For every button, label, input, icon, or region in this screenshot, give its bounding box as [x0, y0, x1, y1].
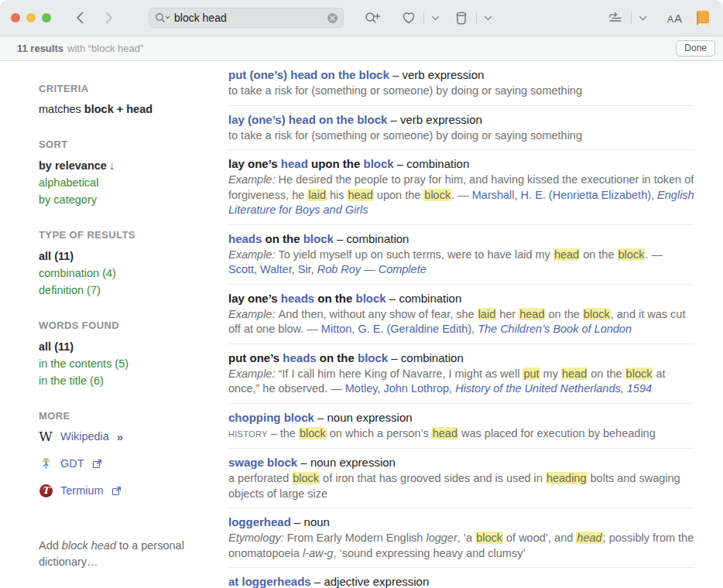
content-area: CRITERIA matches block + head SORT by re…: [0, 61, 723, 587]
criteria-prefix: matches: [39, 103, 84, 115]
filter-type-combination[interactable]: combination (4): [39, 265, 228, 282]
termium-link[interactable]: T Termium: [39, 483, 228, 498]
minimize-window-button[interactable]: [26, 13, 36, 22]
text-segment: block: [299, 427, 327, 439]
result-description: Etymology: From Early Modern English log…: [228, 531, 694, 561]
dictionary-book-button[interactable]: [694, 8, 712, 29]
result-title: lay one’s head upon the block – combinat…: [228, 156, 694, 172]
result-entry[interactable]: put (one’s) head on the block – verb exp…: [228, 61, 694, 106]
sort-by-category[interactable]: by category: [39, 191, 228, 208]
search-input[interactable]: [171, 12, 327, 24]
favorites-heart-icon[interactable]: [398, 8, 420, 28]
text-segment: on the: [580, 248, 617, 261]
type-of-results-group: TYPE OF RESULTS all (11) combination (4)…: [39, 229, 228, 299]
add-to-dictionary-link[interactable]: Add block head to a personal dictionary…: [39, 538, 194, 570]
criteria-term: block + head: [84, 103, 152, 115]
wikipedia-icon: W: [39, 430, 53, 443]
text-segment: Marshall, H. E. (Henrietta Elizabeth): [472, 189, 651, 201]
sort-by-relevance[interactable]: by relevance↓: [39, 157, 228, 174]
clear-search-icon[interactable]: [327, 12, 338, 24]
text-segment: head: [348, 189, 374, 201]
forward-button[interactable]: [100, 8, 118, 28]
result-entry[interactable]: heads on the block – combinationExample:…: [228, 225, 694, 285]
text-segment: put: [523, 368, 540, 380]
favorites-group: [398, 8, 443, 28]
toolbar: AA: [0, 0, 723, 36]
result-entry[interactable]: lay (one’s) head on the block – verb exp…: [228, 106, 694, 151]
toolbar-divider: [476, 12, 477, 24]
headword-segment: lay one’s: [228, 157, 281, 170]
text-segment: on which a person’s: [327, 427, 432, 439]
result-category: noun expression: [327, 411, 413, 424]
back-button[interactable]: [71, 8, 89, 28]
window-controls: [11, 13, 51, 22]
more-group: MORE W Wikipedia » GDT T: [39, 410, 228, 498]
result-category: combination: [401, 351, 464, 364]
trash-dropdown-chevron-icon[interactable]: [481, 12, 495, 24]
filter-words-title[interactable]: in the title (6): [39, 372, 228, 389]
results-header-bar: 11 results with “block head” Done: [0, 36, 723, 61]
headword-segment: on the: [314, 292, 355, 305]
result-title: lay (one’s) head on the block – verb exp…: [228, 111, 694, 128]
gdt-link[interactable]: GDT: [39, 456, 228, 471]
result-entry[interactable]: at loggerheads – adjective expressionEty…: [228, 568, 694, 588]
add-search-button[interactable]: [361, 8, 384, 28]
trash-group: [451, 8, 495, 29]
title-category-dash: –: [334, 232, 347, 245]
result-entry[interactable]: loggerhead – nounEtymology: From Early M…: [228, 508, 694, 568]
headword-segment: heads: [283, 351, 316, 364]
text-segment: And then, without any show of fear, she: [278, 308, 477, 320]
text-segment: Example:: [228, 368, 278, 380]
text-segment: head: [519, 308, 545, 320]
filter-words-all[interactable]: all (11): [39, 338, 228, 355]
result-description: Example: And then, without any show of f…: [228, 307, 694, 337]
result-title: lay one’s heads on the block – combinati…: [228, 290, 694, 306]
result-category: verb expression: [400, 113, 482, 126]
sort-direction-arrow-icon[interactable]: ↓: [109, 159, 115, 172]
zoom-window-button[interactable]: [42, 13, 51, 22]
filter-type-all[interactable]: all (11): [39, 248, 228, 265]
title-category-dash: –: [314, 411, 327, 424]
result-category: combination: [399, 292, 461, 305]
favorites-dropdown-chevron-icon[interactable]: [428, 12, 443, 24]
result-entry[interactable]: swage block – noun expressiona perforate…: [228, 449, 694, 508]
criteria-group: CRITERIA matches block + head: [39, 83, 228, 118]
wikipedia-link[interactable]: W Wikipedia »: [39, 429, 228, 444]
result-entry[interactable]: lay one’s heads on the block – combinati…: [228, 285, 694, 344]
text-segment: laid: [478, 308, 497, 320]
words-found-group: WORDS FOUND all (11) in the contents (5)…: [39, 320, 228, 389]
text-segment: The Children’s Book of London: [478, 323, 632, 335]
text-segment: ,: [311, 263, 317, 275]
result-description: Example: “If I call him here King of Nav…: [228, 367, 694, 397]
result-entry[interactable]: chopping block – noun expressionHISTORY …: [228, 404, 694, 450]
external-link-icon: [111, 486, 122, 496]
title-category-dash: –: [297, 456, 310, 469]
text-size-button[interactable]: AA: [664, 9, 686, 28]
text-segment: Scott, Walter, Sir: [228, 263, 311, 275]
filter-words-contents[interactable]: in the contents (5): [39, 355, 228, 372]
sort-alphabetical[interactable]: alphabetical: [39, 174, 228, 191]
results-list-dropdown-chevron-icon[interactable]: [636, 12, 650, 24]
text-segment: Example:: [228, 248, 278, 261]
done-button[interactable]: Done: [676, 40, 715, 56]
search-field[interactable]: [149, 8, 344, 28]
text-segment: to take a risk for (something or someone…: [228, 84, 582, 97]
results-list-icon[interactable]: [604, 8, 627, 28]
trash-icon[interactable]: [451, 8, 472, 29]
search-scope-icon[interactable]: [154, 12, 171, 24]
close-window-button[interactable]: [11, 13, 20, 22]
text-segment: History of the United Netherlands, 1594: [455, 382, 652, 395]
result-entry[interactable]: lay one’s head upon the block – combinat…: [228, 150, 694, 225]
result-category: noun expression: [310, 456, 396, 469]
results-list: put (one’s) head on the block – verb exp…: [228, 61, 694, 587]
headword-segment: put one’s: [228, 351, 283, 364]
filter-type-definition[interactable]: definition (7): [39, 282, 228, 299]
result-entry[interactable]: put one’s heads on the block – combinati…: [228, 344, 694, 404]
text-segment: head: [553, 248, 580, 261]
headword-segment: lay one’s: [228, 292, 281, 305]
results-count: 11 results: [17, 43, 63, 54]
text-segment: ,: [651, 189, 657, 201]
text-segment: his: [327, 189, 348, 201]
title-category-dash: –: [387, 113, 400, 126]
text-segment: . —: [451, 189, 472, 201]
